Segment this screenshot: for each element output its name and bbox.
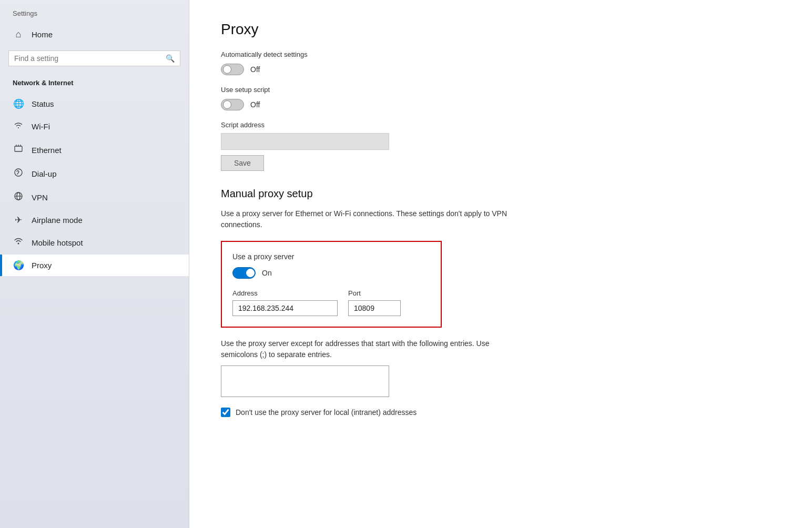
- sidebar-item-label: Status: [32, 99, 54, 108]
- page-title: Proxy: [221, 21, 780, 38]
- status-icon: 🌐: [13, 98, 24, 109]
- main-content: Proxy Automatically detect settings Off …: [189, 0, 812, 528]
- sidebar-item-status[interactable]: 🌐 Status: [0, 93, 189, 115]
- svg-rect-0: [15, 146, 22, 151]
- auto-detect-label: Off: [250, 65, 260, 74]
- script-address-label: Script address: [221, 121, 780, 129]
- svg-point-8: [18, 243, 19, 245]
- address-input[interactable]: [232, 300, 338, 316]
- search-input[interactable]: [14, 54, 166, 63]
- wifi-icon: [13, 120, 24, 133]
- airplane-icon: ✈: [13, 215, 24, 226]
- sidebar-item-label: Ethernet: [32, 146, 62, 155]
- script-address-input[interactable]: [221, 133, 389, 150]
- auto-detect-thumb: [223, 65, 231, 74]
- sidebar-item-label: VPN: [32, 193, 48, 202]
- auto-detect-track: [221, 64, 244, 75]
- exceptions-description: Use the proxy server except for addresse…: [221, 338, 494, 360]
- sidebar-item-dialup[interactable]: Dial-up: [0, 162, 189, 186]
- local-checkbox-row: Don't use the proxy server for local (in…: [221, 408, 780, 417]
- search-icon: 🔍: [166, 54, 175, 63]
- sidebar: Settings Home 🔍 Network & Internet 🌐 Sta…: [0, 0, 189, 528]
- app-title: Settings: [0, 0, 189, 23]
- proxy-description: Use a proxy server for Ethernet or Wi-Fi…: [221, 208, 536, 230]
- sidebar-item-label: Airplane mode: [32, 216, 83, 225]
- dialup-icon: [13, 167, 24, 180]
- sidebar-item-hotspot[interactable]: Mobile hotspot: [0, 231, 189, 255]
- address-field-group: Address: [232, 289, 338, 316]
- setup-script-toggle[interactable]: [221, 99, 244, 110]
- sidebar-item-label: Wi-Fi: [32, 122, 50, 131]
- sidebar-item-proxy[interactable]: 🌍 Proxy: [0, 255, 189, 276]
- auto-detect-toggle[interactable]: [221, 64, 244, 75]
- setup-script-thumb: [223, 100, 231, 109]
- auto-detect-row: Off: [221, 64, 780, 75]
- ethernet-icon: [13, 144, 24, 157]
- exceptions-input[interactable]: [221, 365, 389, 397]
- hotspot-icon: [13, 236, 24, 249]
- home-label: Home: [32, 30, 53, 39]
- proxy-server-toggle-row: On: [232, 267, 430, 279]
- proxy-server-label: Use a proxy server: [232, 252, 430, 261]
- auto-detect-heading: Automatically detect settings: [221, 50, 780, 58]
- sidebar-item-label: Mobile hotspot: [32, 238, 83, 247]
- setup-script-heading: Use setup script: [221, 86, 780, 94]
- port-field-group: Port: [348, 289, 401, 316]
- local-checkbox-label: Don't use the proxy server for local (in…: [236, 408, 417, 417]
- port-label: Port: [348, 289, 401, 297]
- manual-proxy-title: Manual proxy setup: [221, 188, 780, 200]
- sidebar-item-label: Proxy: [32, 261, 52, 270]
- setup-script-track: [221, 99, 244, 110]
- address-port-row: Address Port: [232, 289, 430, 316]
- proxy-server-thumb: [246, 269, 255, 277]
- vpn-icon: [13, 191, 24, 204]
- setup-script-label: Off: [250, 100, 260, 109]
- sidebar-item-label: Dial-up: [32, 169, 57, 178]
- sidebar-item-wifi[interactable]: Wi-Fi: [0, 115, 189, 138]
- address-label: Address: [232, 289, 338, 297]
- sidebar-item-airplane[interactable]: ✈ Airplane mode: [0, 209, 189, 231]
- section-label: Network & Internet: [0, 75, 189, 93]
- save-button[interactable]: Save: [221, 155, 264, 171]
- proxy-icon: 🌍: [13, 260, 24, 271]
- search-container: 🔍: [8, 50, 180, 66]
- proxy-server-state-label: On: [262, 269, 272, 277]
- proxy-server-toggle[interactable]: [232, 267, 256, 279]
- port-input[interactable]: [348, 300, 401, 316]
- local-checkbox[interactable]: [221, 408, 230, 417]
- sidebar-item-vpn[interactable]: VPN: [0, 186, 189, 209]
- proxy-server-box: Use a proxy server On Address Port: [221, 241, 442, 328]
- sidebar-item-ethernet[interactable]: Ethernet: [0, 138, 189, 162]
- setup-script-row: Off: [221, 99, 780, 110]
- home-nav-item[interactable]: Home: [0, 23, 189, 46]
- proxy-server-track: [232, 267, 256, 279]
- home-icon: [13, 29, 24, 40]
